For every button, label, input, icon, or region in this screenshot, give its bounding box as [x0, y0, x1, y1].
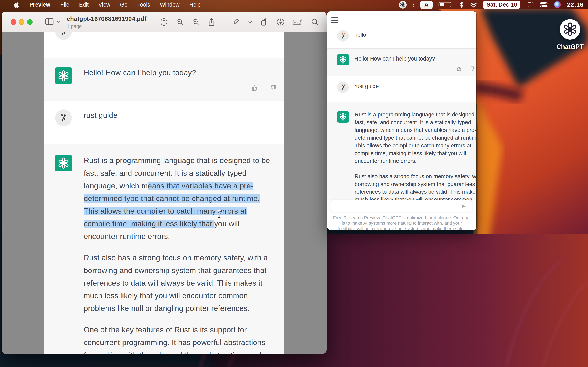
window-title: chatgpt-1670681691904.pdf: [67, 15, 146, 22]
pdf-paragraph-1: Rust is a programming language that is d…: [84, 154, 270, 243]
chevron-left-icon[interactable]: ‹: [412, 1, 415, 9]
user-avatar: ✂: [337, 30, 349, 42]
zoom-out-button[interactable]: [176, 18, 183, 26]
openai-status-icon[interactable]: [399, 1, 407, 8]
search-button[interactable]: [311, 18, 319, 26]
menu-tools[interactable]: Tools: [132, 0, 155, 9]
desktop-icon-label: ChatGPT: [554, 43, 586, 50]
chatgpt-avatar: [337, 54, 349, 66]
menu-file[interactable]: File: [56, 0, 74, 9]
chatgpt-avatar: [55, 155, 72, 171]
user-prompt-text: rust guide: [84, 111, 118, 120]
close-button[interactable]: [11, 19, 16, 25]
assistant-message-text: Hello! How can I help you today?: [355, 56, 435, 62]
chat-response-paragraph-1: Rust is a programming language that is d…: [355, 111, 476, 165]
chat-input[interactable]: [330, 200, 472, 212]
menu-edit[interactable]: Edit: [74, 0, 94, 9]
sidebar-icon: [45, 18, 54, 25]
wifi-icon[interactable]: [470, 2, 477, 8]
menu-help[interactable]: Help: [184, 0, 206, 9]
desktop: Preview File Edit View Go Tools Window H…: [0, 0, 588, 367]
pdf-row-user-clipped: ✂: [44, 33, 284, 58]
menu-bar: Preview File Edit View Go Tools Window H…: [0, 0, 588, 9]
user-message-text: rust guide: [355, 83, 379, 90]
preview-window: chatgpt-1670681691904.pdf 1 page: [2, 12, 327, 354]
openai-logo-icon: [560, 19, 580, 40]
pdf-row-assistant-greeting: Hello! How can I help you today?: [44, 58, 284, 101]
pdf-viewport[interactable]: ✂ Hello! How can I help you today?: [2, 33, 327, 354]
user-avatar: ✂: [337, 82, 349, 93]
zoom-in-button[interactable]: [192, 18, 199, 26]
menu-view[interactable]: View: [94, 0, 115, 9]
screen-mirroring-icon[interactable]: [526, 1, 534, 8]
share-button[interactable]: [208, 17, 215, 26]
zoom-button[interactable]: [27, 19, 33, 25]
text-cursor: [217, 210, 222, 219]
scissors-avatar-glyph: ✂: [57, 113, 70, 122]
chat-response-paragraph-2: Rust also has a strong focus on memory s…: [355, 173, 476, 200]
scissors-avatar-glyph: ✂: [339, 84, 347, 90]
page-count: 1 page: [67, 24, 146, 29]
control-center-icon[interactable]: [540, 2, 548, 8]
highlight-button[interactable]: [232, 18, 240, 26]
sidebar-toggle[interactable]: [45, 18, 61, 25]
apple-icon: [13, 1, 19, 8]
thumbs-down-icon: [269, 84, 277, 92]
chat-row-assistant2: Rust is a programming language that is d…: [327, 102, 476, 200]
menu-go[interactable]: Go: [115, 0, 132, 9]
info-button[interactable]: [160, 17, 168, 26]
user-message-text: hello: [355, 32, 366, 38]
chatgpt-desktop-icon[interactable]: ChatGPT: [554, 19, 586, 50]
chat-header: [327, 11, 476, 29]
hamburger-menu-icon[interactable]: [331, 17, 338, 24]
thumbs-up-button[interactable]: [456, 66, 462, 72]
menu-date[interactable]: Sat, Dec 10: [483, 1, 520, 9]
chatgpt-window: ✂ hello Hello! How can I help you today?…: [327, 11, 476, 230]
chat-row-user2: ✂ rust guide: [327, 76, 476, 102]
assistant-greeting-text: Hello! How can I help you today?: [84, 68, 196, 77]
input-source-indicator[interactable]: A: [420, 1, 433, 9]
pdf-page: ✂ Hello! How can I help you today?: [44, 33, 284, 354]
scissors-avatar-glyph: ✂: [339, 33, 347, 39]
form-fill-button[interactable]: [293, 18, 303, 26]
pdf-paragraph-3: One of the key features of Rust is its s…: [84, 324, 268, 354]
chatgpt-avatar: [55, 67, 72, 84]
chatgpt-avatar: [337, 111, 349, 123]
openai-logo-icon: [339, 56, 347, 64]
pdf-row-assistant-response: Rust is a programming language that is d…: [44, 143, 284, 354]
rotate-button[interactable]: [260, 18, 268, 26]
user-avatar: ✂: [55, 33, 72, 40]
menu-app-name[interactable]: Preview: [24, 0, 56, 9]
scissors-avatar-glyph: ✂: [57, 33, 70, 36]
send-button[interactable]: [461, 203, 467, 209]
pdf-row-user-prompt: ✂ rust guide: [44, 101, 284, 143]
chat-row-assistant1: Hello! How can I help you today?: [327, 48, 476, 76]
user-avatar: ✂: [55, 109, 72, 126]
send-icon: [461, 203, 467, 209]
preview-title-bar: chatgpt-1670681691904.pdf 1 page: [2, 12, 327, 33]
minimize-button[interactable]: [19, 19, 25, 25]
apple-menu[interactable]: [8, 1, 24, 8]
thumbs-up-icon: [251, 84, 259, 92]
battery-icon[interactable]: [438, 2, 453, 8]
thumbs-down-button[interactable]: [469, 66, 475, 72]
markup-pen-button[interactable]: [277, 18, 285, 26]
chat-footer-disclaimer: Free Research Preview: ChatGPT is optimi…: [332, 215, 471, 230]
pdf-paragraph-2: Rust also has a strong focus on memory s…: [84, 252, 268, 315]
menu-clock[interactable]: 22:16: [567, 1, 584, 8]
chat-row-user1: ✂ hello: [327, 29, 476, 48]
toolbar-divider: [224, 17, 224, 26]
highlight-chevron-down-icon[interactable]: [248, 21, 252, 24]
siri-icon[interactable]: [554, 1, 561, 8]
openai-logo-icon: [58, 157, 69, 169]
chevron-down-icon: [56, 20, 61, 23]
openai-logo-icon: [58, 70, 69, 82]
menu-window[interactable]: Window: [155, 0, 184, 9]
bluetooth-icon[interactable]: [459, 1, 464, 8]
openai-logo-icon: [339, 113, 347, 121]
